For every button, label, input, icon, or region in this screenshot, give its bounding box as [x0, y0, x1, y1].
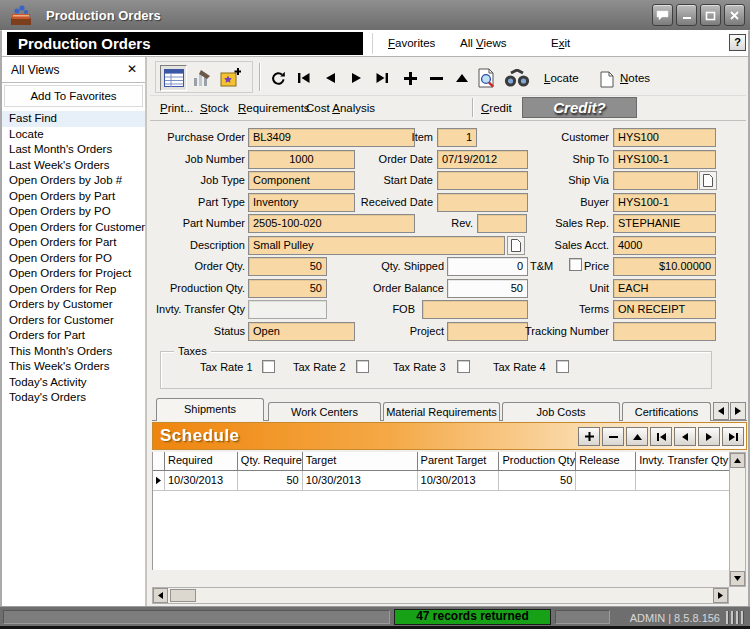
menu-all-views[interactable]: All Views: [460, 37, 506, 49]
sidebar-item[interactable]: Open Orders for PO: [2, 251, 145, 267]
cell-release[interactable]: [576, 471, 636, 490]
sales-rep-field[interactable]: STEPHANIE: [613, 214, 716, 233]
scroll-down-button[interactable]: [730, 571, 745, 586]
delete-record-button[interactable]: [424, 66, 448, 90]
sidebar-item[interactable]: Last Week's Orders: [2, 158, 145, 174]
sidebar-item[interactable]: Open Orders for Part: [2, 235, 145, 251]
menu-exit[interactable]: Exit: [551, 37, 570, 49]
up-button[interactable]: [450, 66, 474, 90]
feedback-balloon-button[interactable]: [652, 4, 673, 26]
grid-vertical-scrollbar[interactable]: [729, 452, 746, 587]
order-qty-field[interactable]: 50: [248, 257, 327, 276]
grid-horizontal-scrollbar[interactable]: [152, 587, 729, 604]
cell-invty-transfer-qty[interactable]: [636, 471, 729, 490]
notes-button[interactable]: Notes: [620, 72, 650, 84]
part-number-field[interactable]: 2505-100-020: [248, 214, 415, 233]
find-button[interactable]: [502, 66, 532, 90]
locate-button[interactable]: Locate: [544, 72, 579, 84]
close-button[interactable]: [724, 4, 745, 26]
sales-acct-field[interactable]: 4000: [613, 236, 716, 255]
sidebar-item[interactable]: Open Orders by Part: [2, 189, 145, 205]
tab-shipments[interactable]: Shipments: [156, 398, 264, 421]
tax-rate-2-checkbox[interactable]: [356, 360, 369, 373]
terms-field[interactable]: ON RECEIPT: [613, 300, 716, 319]
tm-checkbox[interactable]: [569, 258, 582, 271]
sidebar-item[interactable]: Orders by Customer: [2, 297, 145, 313]
schedule-first-button[interactable]: [650, 427, 672, 446]
last-record-button[interactable]: [370, 66, 394, 90]
cell-target[interactable]: 10/30/2013: [303, 471, 418, 490]
sidebar-item[interactable]: Today's Activity: [2, 375, 145, 391]
tab-work-centers[interactable]: Work Centers: [268, 402, 381, 421]
grid-data-row[interactable]: 10/30/2013 50 10/30/2013 10/30/2013 50: [153, 471, 729, 491]
sidebar-item[interactable]: Orders for Part: [2, 328, 145, 344]
tracking-number-field[interactable]: [613, 322, 716, 341]
print-preview-button[interactable]: [474, 66, 498, 90]
credit-action[interactable]: Credit: [481, 102, 512, 114]
grid-col-required[interactable]: Required: [165, 452, 238, 470]
grid-col-release[interactable]: Release: [576, 452, 636, 470]
previous-record-button[interactable]: [318, 66, 342, 90]
sidebar-item[interactable]: Today's Orders: [2, 390, 145, 406]
tab-job-costs[interactable]: Job Costs: [502, 402, 620, 421]
ship-via-notes-button[interactable]: [699, 171, 717, 190]
tab-scroll-right-button[interactable]: [730, 402, 746, 420]
grid-col-invty-transfer-qty[interactable]: Invty. Transfer Qty: [636, 452, 729, 470]
add-to-favorites-button[interactable]: Add To Favorites: [4, 85, 143, 107]
sidebar-item[interactable]: This Week's Orders: [2, 359, 145, 375]
buyer-field[interactable]: HYS100-1: [613, 193, 716, 212]
sidebar-item[interactable]: Open Orders by Job #: [2, 173, 145, 189]
notes-doc-button[interactable]: [598, 67, 616, 91]
grid-col-target[interactable]: Target: [303, 452, 418, 470]
schedule-next-button[interactable]: [698, 427, 720, 446]
grid-col-qty-required[interactable]: Qty. Required: [238, 452, 303, 470]
help-button[interactable]: ?: [729, 34, 746, 51]
price-field[interactable]: $10.00000: [613, 257, 716, 276]
requirements-action[interactable]: Requirements: [238, 102, 310, 114]
sidebar-item[interactable]: Locate: [2, 127, 145, 143]
cell-parent-target[interactable]: 10/30/2013: [418, 471, 500, 490]
sidebar-item[interactable]: Open Orders by PO: [2, 204, 145, 220]
schedule-up-button[interactable]: [626, 427, 648, 446]
menu-favorites[interactable]: Favorites: [388, 37, 435, 49]
production-qty-field[interactable]: 50: [248, 279, 327, 298]
item-field[interactable]: 1: [437, 128, 477, 147]
cost-analysis-action[interactable]: Cost Analysis: [306, 102, 375, 114]
scroll-up-button[interactable]: [730, 453, 745, 468]
add-record-button[interactable]: [398, 66, 422, 90]
refresh-button[interactable]: [266, 66, 290, 90]
next-record-button[interactable]: [344, 66, 368, 90]
tab-scroll-left-button[interactable]: [713, 402, 729, 420]
unit-field[interactable]: EACH: [613, 279, 716, 298]
schedule-add-button[interactable]: [578, 427, 600, 446]
customer-field[interactable]: HYS100: [613, 128, 716, 147]
sidebar-item[interactable]: Open Orders for Customer: [2, 220, 145, 236]
sidebar-item[interactable]: Open Orders for Rep: [2, 282, 145, 298]
sidebar-close-icon[interactable]: ✕: [127, 62, 137, 76]
schedule-delete-button[interactable]: [602, 427, 624, 446]
cell-qty-required[interactable]: 50: [238, 471, 303, 490]
scroll-right-button[interactable]: [713, 588, 728, 603]
stock-action[interactable]: Stock: [200, 102, 229, 114]
first-record-button[interactable]: [292, 66, 316, 90]
chart-view-button[interactable]: [188, 65, 215, 91]
sidebar-item[interactable]: This Month's Orders: [2, 344, 145, 360]
scroll-left-button[interactable]: [153, 588, 168, 603]
new-form-button[interactable]: [216, 65, 243, 91]
minimize-button[interactable]: [676, 4, 697, 26]
ship-to-field[interactable]: HYS100-1: [613, 150, 716, 169]
horizontal-scroll-thumb[interactable]: [170, 589, 196, 602]
print-action[interactable]: Print...: [160, 102, 193, 114]
tab-certifications[interactable]: Certifications: [622, 402, 711, 421]
tax-rate-3-checkbox[interactable]: [457, 360, 470, 373]
grid-col-parent-target[interactable]: Parent Target: [418, 452, 500, 470]
restore-button[interactable]: [700, 4, 721, 26]
cell-required[interactable]: 10/30/2013: [165, 471, 238, 490]
schedule-previous-button[interactable]: [674, 427, 696, 446]
sidebar-item[interactable]: Last Month's Orders: [2, 142, 145, 158]
schedule-last-button[interactable]: [722, 427, 744, 446]
tax-rate-4-checkbox[interactable]: [556, 360, 569, 373]
description-field[interactable]: Small Pulley: [248, 236, 505, 255]
credit-status-button[interactable]: Credit?: [522, 97, 637, 118]
sidebar-item[interactable]: Orders for Customer: [2, 313, 145, 329]
